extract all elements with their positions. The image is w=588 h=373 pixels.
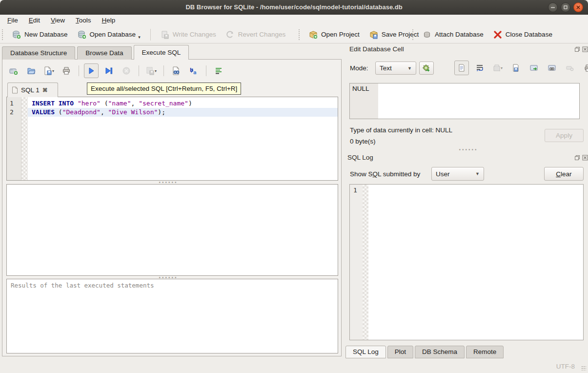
token-pl: ( (55, 108, 62, 116)
dock-tab-sql-log[interactable]: SQL Log (345, 346, 386, 358)
menu-help[interactable]: Help (97, 16, 121, 25)
close-tab-icon[interactable]: ✖ (42, 86, 48, 94)
new-sql-tab-icon[interactable] (6, 63, 21, 78)
clear-log-button[interactable]: Clear (544, 167, 584, 181)
write-changes-button[interactable]: Write Changes (157, 28, 220, 41)
dock-tabbar: SQL LogPlotDB SchemaRemote (345, 346, 504, 358)
format-sql-icon[interactable]: ba (186, 63, 201, 78)
menu-tools[interactable]: Tools (70, 16, 97, 25)
revert-changes-button[interactable]: Revert Changes (222, 28, 290, 41)
toolbar-handle[interactable] (2, 29, 4, 40)
dock-splitter[interactable]: •••••• (312, 148, 588, 151)
sql-code-area[interactable]: INSERT INTO "hero" ("name", "secret_name… (28, 97, 338, 180)
close-database-button[interactable]: Close Database (489, 28, 556, 41)
sql-file-icon (12, 86, 18, 94)
cell-value-editor[interactable]: NULL (349, 83, 580, 119)
titlebar[interactable]: DB Browser for SQLite - /home/user/code/… (0, 0, 588, 15)
remove-cell-icon[interactable] (563, 61, 577, 75)
stop-execution-icon[interactable] (119, 63, 134, 78)
import-cell-icon[interactable]: ▾ (490, 61, 505, 75)
print-sql-icon[interactable] (59, 63, 74, 78)
token-id: "secret_name" (139, 100, 188, 107)
save-sql-file-icon[interactable]: ▾ (41, 63, 56, 78)
resize-grip[interactable] (581, 366, 586, 371)
sql-editor-tab[interactable]: SQL 1 ✖ (7, 83, 58, 97)
dock-tab-plot[interactable]: Plot (387, 346, 413, 358)
tab-browse-data[interactable]: Browse Data (77, 46, 131, 60)
execute-sql-icon[interactable] (84, 63, 99, 78)
toolbar-button-label: Revert Changes (238, 31, 286, 38)
dock-tab-remote[interactable]: Remote (466, 346, 504, 358)
word-wrap-icon[interactable] (472, 61, 487, 75)
cell-type-info: Type of data currently in cell: NULL (350, 126, 452, 134)
copy-link-icon[interactable] (545, 61, 559, 75)
edit-cell-title: Edit Database Cell (349, 45, 404, 53)
open-external-button[interactable] (419, 62, 434, 75)
fold-margin (21, 97, 28, 180)
revert-changes-icon (226, 30, 235, 39)
close-icon[interactable] (573, 2, 583, 12)
toolbar-button-label: Open Project (321, 31, 360, 38)
line-number: 2 (10, 108, 21, 117)
log-line-number-gutter: 1 (350, 185, 363, 340)
minimize-icon[interactable] (548, 2, 558, 12)
text-mode-icon[interactable] (454, 61, 469, 75)
float-dock-icon[interactable] (574, 154, 580, 161)
attach-database-button[interactable]: Attach Database (419, 28, 487, 41)
sql-log-filter-select[interactable]: User▼ (431, 167, 484, 181)
open-project-button[interactable]: Open Project (305, 28, 364, 41)
sql-toolbar: ▾▾ba (6, 63, 226, 79)
open-database-button[interactable]: Open Database▾ (74, 28, 144, 41)
tooltip-text: Execute all/selected SQL [Ctrl+Return, F… (91, 85, 237, 92)
show-sql-label: Show SQL submitted by (350, 170, 420, 178)
open-project-icon (309, 30, 318, 39)
dropdown-caret-icon[interactable]: ▾ (138, 35, 141, 40)
sql-editor[interactable]: 12 INSERT INTO "hero" ("name", "secret_n… (6, 97, 338, 181)
menu-edit[interactable]: Edit (23, 16, 45, 25)
tab-execute-sql[interactable]: Execute SQL (134, 45, 189, 60)
close-dock-icon[interactable] (582, 154, 588, 161)
new-database-button[interactable]: New Database (8, 28, 72, 41)
sql-log-filter-value: User (436, 170, 450, 178)
sql-log-area[interactable]: 1 (349, 184, 584, 340)
menu-view[interactable]: View (45, 16, 70, 25)
log-line-number: 1 (353, 186, 363, 194)
float-dock-icon[interactable] (574, 46, 580, 52)
auto-complete-toggle-icon[interactable] (211, 63, 226, 78)
token-kw: VALUES (32, 108, 55, 116)
export-cell-icon[interactable] (508, 61, 523, 75)
open-sql-file-icon[interactable] (24, 63, 39, 78)
close-dock-icon[interactable] (582, 46, 588, 52)
editor-splitter[interactable]: •••••• (2, 181, 334, 184)
maximize-icon[interactable] (561, 2, 570, 12)
apply-button[interactable]: Apply (545, 129, 584, 142)
line-number-gutter: 12 (7, 97, 21, 180)
svg-text:a: a (193, 70, 197, 75)
close-database-icon (493, 30, 502, 39)
set-as-null-icon[interactable] (527, 61, 541, 75)
token-pl: ( (101, 100, 108, 107)
menu-file[interactable]: File (2, 16, 23, 25)
mode-label: Mode: (350, 64, 368, 72)
print-cell-icon[interactable] (581, 61, 588, 75)
execute-current-line-icon[interactable] (101, 63, 116, 78)
save-results-icon[interactable]: ▾ (144, 63, 159, 78)
find-in-sql-icon[interactable] (169, 63, 183, 78)
token-pl: ) (188, 100, 192, 107)
encoding-indicator[interactable]: UTF-8 (556, 363, 575, 370)
log-fold-margin (363, 185, 368, 340)
results-pane[interactable]: Results of the last executed statements (6, 279, 338, 353)
dock-tab-db-schema[interactable]: DB Schema (415, 346, 465, 358)
edit-pane-empty[interactable] (6, 184, 338, 276)
token-id: "Dive Wilson" (108, 108, 158, 116)
new-database-icon (12, 30, 21, 39)
toolbar-group-attach: Attach DatabaseClose Database (411, 26, 556, 43)
toolbar-group-project: Open ProjectSave Project (298, 26, 423, 43)
token-pl: , (101, 108, 108, 116)
toolbar-handle[interactable] (412, 29, 415, 40)
code-line: INSERT INTO "hero" ("name", "secret_name… (28, 99, 338, 108)
tab-database-structure[interactable]: Database Structure (2, 46, 75, 60)
toolbar-handle[interactable] (299, 29, 301, 40)
mode-select[interactable]: Text▼ (375, 62, 416, 75)
sql-editor-tab-label: SQL 1 (21, 86, 40, 94)
